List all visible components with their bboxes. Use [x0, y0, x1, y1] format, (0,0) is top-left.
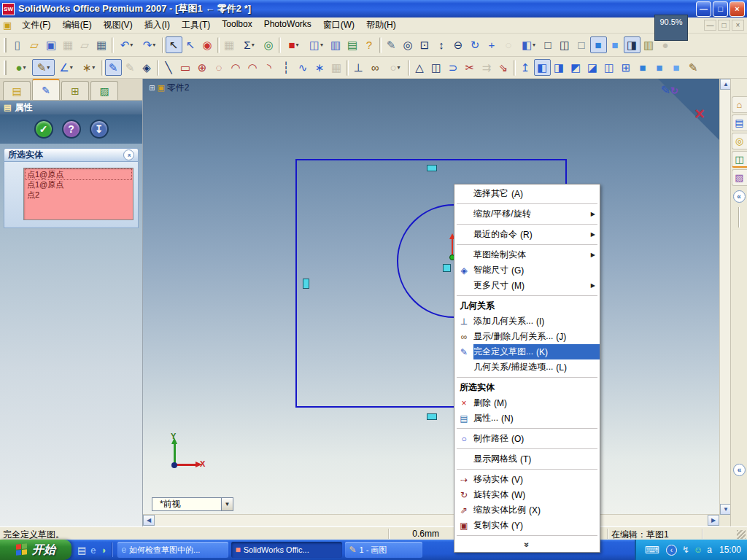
- context-menu-item[interactable]: 显示网格线 (T): [454, 451, 600, 467]
- toolbar-button[interactable]: ◝: [261, 59, 278, 76]
- toolbar-button[interactable]: ◌: [500, 36, 517, 53]
- toolbar-button[interactable]: ◈: [139, 59, 155, 76]
- property-action-button[interactable]: ↧: [90, 120, 109, 139]
- menu-item[interactable]: 帮助(H): [360, 18, 402, 33]
- toolbar-button[interactable]: ∗ ▾: [77, 59, 100, 76]
- toolbar-button[interactable]: [101, 60, 104, 76]
- quick-launch-icon[interactable]: ▤: [77, 545, 86, 556]
- toolbar-button[interactable]: ∠ ▾: [55, 59, 77, 76]
- toolbar-button[interactable]: ⊞: [618, 59, 635, 76]
- midpoint-marker-top[interactable]: [427, 165, 437, 171]
- feature-tree-node[interactable]: ⊞ ▣ 零件2: [149, 82, 189, 94]
- toolbar-button[interactable]: ◫: [601, 59, 618, 76]
- toolbar-button[interactable]: [408, 60, 410, 76]
- toolbar-button[interactable]: ▭: [177, 59, 194, 76]
- task-pane-collapse-button[interactable]: «: [733, 190, 746, 203]
- toolbar-button[interactable]: ◪: [584, 59, 601, 76]
- task-pane-tab[interactable]: ◫: [732, 151, 747, 168]
- toolbar-button[interactable]: ↷ ▾: [138, 36, 160, 53]
- toolbar-button[interactable]: ▦: [93, 36, 110, 53]
- context-menu-item[interactable]: ✎ 完全定义草图... (K): [454, 344, 600, 359]
- toolbar-button[interactable]: ↥: [517, 59, 534, 76]
- task-pane-tab[interactable]: ▨: [732, 169, 747, 186]
- task-pane-tab[interactable]: ⌂: [732, 96, 747, 113]
- toolbar-button[interactable]: ⊃: [445, 59, 462, 76]
- toolbar-button[interactable]: ■: [635, 59, 651, 76]
- toolbar-button[interactable]: ■: [651, 59, 668, 76]
- context-menu-item[interactable]: 选择其它 (A): [454, 186, 600, 201]
- dropdown-arrow-icon[interactable]: ▾: [92, 64, 95, 71]
- toolbar-grip[interactable]: [4, 38, 7, 52]
- toolbar-grip[interactable]: [4, 61, 7, 75]
- toolbar-button[interactable]: [217, 37, 220, 53]
- toolbar-button[interactable]: ◌: [211, 59, 228, 76]
- toolbar-button[interactable]: ↕: [433, 36, 450, 53]
- taskbar-task-button[interactable]: e 如何检查草图中的...: [117, 542, 228, 558]
- toolbar-button[interactable]: ▤: [344, 36, 361, 53]
- dropdown-arrow-icon[interactable]: ▾: [320, 42, 323, 48]
- toolbar-button[interactable]: ○ ▾: [384, 59, 406, 76]
- context-menu-item[interactable]: 更多尺寸 (M) ▶: [454, 278, 600, 293]
- context-menu-item[interactable]: [454, 375, 600, 380]
- toolbar-button[interactable]: ◫: [428, 59, 445, 76]
- menu-item[interactable]: 插入(I): [139, 18, 176, 33]
- tree-expander-icon[interactable]: ⊞: [149, 84, 155, 92]
- context-menu-item[interactable]: 草图绘制实体 ▶: [454, 247, 600, 262]
- keyboard-icon[interactable]: ⌨: [645, 544, 659, 556]
- toolbar-button[interactable]: +: [484, 36, 500, 53]
- toolbar-button[interactable]: ▱: [77, 36, 93, 53]
- context-menu-item[interactable]: ▤ 属性... (N): [454, 411, 600, 426]
- panel-tab[interactable]: ⊞: [61, 81, 89, 100]
- midpoint-marker-left[interactable]: [303, 279, 309, 289]
- menu-item[interactable]: Toolbox: [216, 18, 258, 33]
- toolbar-button[interactable]: ◎: [260, 36, 277, 53]
- menu-item[interactable]: PhotoWorks: [258, 18, 317, 33]
- child-window-button[interactable]: —: [704, 20, 716, 31]
- window-button[interactable]: —: [696, 1, 711, 17]
- property-action-button[interactable]: ✓: [34, 120, 53, 139]
- toolbar-button[interactable]: [279, 37, 281, 53]
- toolbar-button[interactable]: ◠: [244, 59, 261, 76]
- child-window-button[interactable]: □: [718, 20, 730, 31]
- toolbar-button[interactable]: ◫ ▾: [305, 36, 328, 53]
- menu-item[interactable]: 编辑(E): [57, 18, 98, 33]
- quick-launch-icon[interactable]: ◑: [101, 545, 107, 556]
- menu-item[interactable]: 窗口(W): [317, 18, 360, 33]
- toolbar-button[interactable]: ▥: [328, 36, 344, 53]
- quick-launch-icon[interactable]: e: [90, 545, 96, 556]
- vertical-scrollbar[interactable]: ▲ ▼: [719, 79, 730, 515]
- panel-tab[interactable]: ▤: [3, 81, 31, 100]
- splitter-collapse-button[interactable]: «: [733, 464, 746, 476]
- dropdown-arrow-icon[interactable]: ▾: [152, 42, 155, 48]
- toolbar-button[interactable]: ∿: [295, 59, 311, 76]
- dropdown-arrow-icon[interactable]: ▾: [398, 64, 400, 71]
- resize-grip[interactable]: [737, 530, 746, 539]
- dropdown-arrow-icon[interactable]: ▾: [296, 42, 299, 48]
- panel-tab[interactable]: ✎: [32, 79, 60, 100]
- toolbar-button[interactable]: ✎: [383, 36, 400, 53]
- context-menu-item[interactable]: ▣ 复制实体 (Y): [454, 518, 600, 533]
- tray-icon[interactable]: ☺: [694, 545, 703, 555]
- expand-chevron-icon[interactable]: »: [522, 542, 533, 547]
- toolbar-button[interactable]: ⊕: [194, 59, 211, 76]
- dropdown-arrow-icon[interactable]: ▾: [252, 42, 255, 48]
- toolbar-button[interactable]: ↖: [166, 36, 182, 53]
- taskbar-task-button[interactable]: ✎ 1 - 画图: [345, 542, 422, 558]
- toolbar-button[interactable]: ✎ ▾: [32, 59, 55, 76]
- menu-item[interactable]: 视图(V): [98, 18, 139, 33]
- task-pane-tab[interactable]: ▤: [732, 114, 747, 131]
- cancel-sketch-icon[interactable]: ×: [694, 105, 705, 122]
- window-button[interactable]: ×: [729, 1, 745, 17]
- dropdown-arrow-icon[interactable]: ▾: [23, 64, 26, 71]
- panel-tab[interactable]: ▨: [90, 81, 118, 100]
- splitter-grip[interactable]: [738, 207, 740, 228]
- combo-dropdown-button[interactable]: ▼: [221, 498, 233, 510]
- context-menu-item[interactable]: ∞ 显示/删除几何关系... (J): [454, 329, 600, 344]
- toolbar-button[interactable]: ● ▾: [9, 59, 32, 76]
- selected-entity-item[interactable]: 点2: [26, 190, 131, 200]
- selected-entity-item[interactable]: 点1@原点: [26, 179, 131, 190]
- child-window-button[interactable]: ×: [732, 20, 744, 31]
- task-pane-tab[interactable]: ◎: [732, 133, 747, 149]
- toolbar-button[interactable]: [514, 60, 516, 76]
- scroll-right-button[interactable]: ▶: [708, 515, 719, 526]
